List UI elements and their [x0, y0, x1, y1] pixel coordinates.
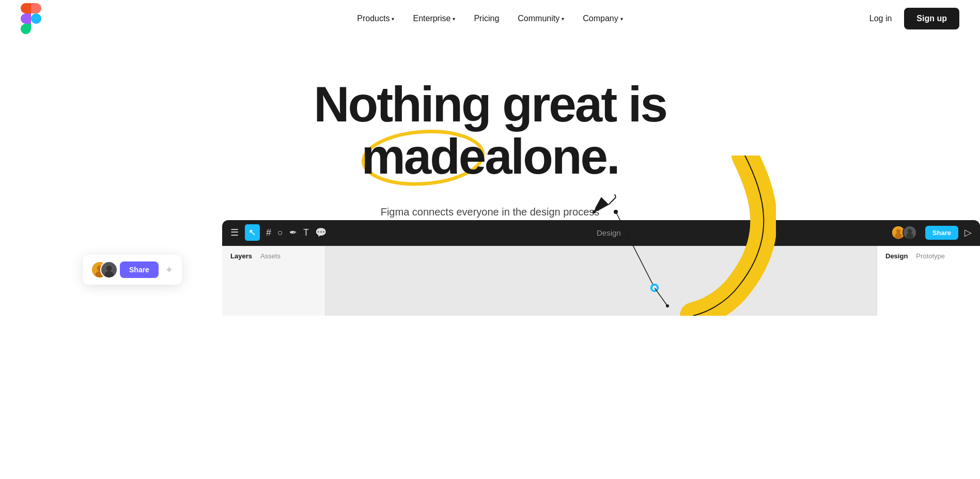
svg-point-14	[106, 266, 112, 271]
nav-products[interactable]: Products ▾	[350, 10, 401, 27]
share-panel: Share ✦	[83, 255, 182, 285]
nav-actions: Log in Sign up	[861, 8, 959, 29]
text-tool-icon[interactable]: T	[303, 227, 309, 238]
hero-title: Nothing great is made alone.	[314, 79, 666, 183]
svg-point-21	[906, 233, 913, 239]
navigation: Products ▾ Enterprise ▾ Pricing Communit…	[0, 0, 980, 37]
pen-tool-icon[interactable]: ✒	[289, 227, 297, 238]
avatar-user2	[100, 261, 118, 279]
svg-line-3	[615, 194, 616, 197]
menu-icon[interactable]: ☰	[230, 227, 239, 238]
svg-point-20	[908, 229, 912, 234]
signup-button[interactable]: Sign up	[904, 8, 959, 29]
editor-toolbar-center: Design	[597, 228, 621, 237]
editor-canvas	[325, 246, 877, 316]
svg-line-2	[609, 197, 616, 205]
editor-bottom: Layers Assets Design Prototype	[222, 246, 980, 316]
chevron-down-icon: ▾	[620, 16, 623, 22]
figma-logo-icon	[21, 3, 41, 34]
assets-tab[interactable]: Assets	[260, 252, 281, 310]
nav-enterprise[interactable]: Enterprise ▾	[406, 10, 462, 27]
hero-title-line2: made alone.	[314, 131, 666, 183]
hero-made-text: made	[361, 129, 485, 184]
star-icon: ✦	[165, 264, 174, 276]
editor-share-button[interactable]: Share	[925, 226, 958, 240]
share-button[interactable]: Share	[120, 261, 159, 278]
comment-tool-icon[interactable]: 💬	[315, 227, 326, 238]
toolbar-right: Share ▷	[891, 225, 972, 240]
svg-point-15	[104, 271, 114, 278]
frame-tool-icon[interactable]: #	[266, 227, 271, 238]
made-wrapper: made	[361, 131, 485, 183]
svg-point-17	[896, 229, 901, 234]
editor-layers-panel: Layers Assets	[222, 246, 325, 316]
svg-point-18	[895, 233, 902, 239]
nav-community[interactable]: Community ▾	[510, 10, 571, 27]
hero-alone-text: alone.	[485, 131, 618, 183]
ellipse-tool-icon[interactable]: ○	[277, 227, 283, 238]
hero-title-line1: Nothing great is	[314, 79, 666, 131]
chevron-down-icon: ▾	[392, 16, 394, 22]
chevron-down-icon: ▾	[453, 16, 455, 22]
hero-section: Nothing great is made alone. Figma conne…	[0, 37, 980, 316]
play-icon[interactable]: ▷	[965, 227, 972, 238]
prototype-tab[interactable]: Prototype	[916, 252, 945, 310]
chevron-down-icon: ▾	[562, 16, 564, 22]
toolbar-avatar-2	[903, 225, 917, 240]
avatar-group	[91, 261, 114, 279]
login-button[interactable]: Log in	[861, 9, 900, 28]
nav-pricing[interactable]: Pricing	[466, 10, 506, 27]
design-tab[interactable]: Design	[885, 252, 908, 310]
nav-links: Products ▾ Enterprise ▾ Pricing Communit…	[350, 10, 630, 27]
editor-toolbar: ☰ ↖ # ○ ✒ T 💬 Design	[222, 220, 980, 246]
toolbar-left: ☰ ↖ # ○ ✒ T 💬	[230, 224, 326, 241]
nav-company[interactable]: Company ▾	[575, 10, 630, 27]
editor-mockup: ☰ ↖ # ○ ✒ T 💬 Design	[222, 220, 980, 316]
select-tool-icon[interactable]: ↖	[245, 224, 260, 241]
layers-tab[interactable]: Layers	[230, 252, 252, 310]
logo[interactable]	[21, 3, 41, 34]
svg-point-5	[614, 210, 618, 214]
editor-design-panel: Design Prototype	[877, 246, 980, 316]
